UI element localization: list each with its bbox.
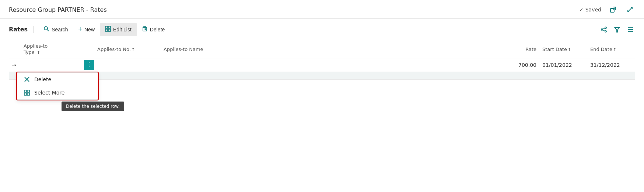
svg-line-16: [603, 28, 605, 29]
saved-label: Saved: [585, 7, 601, 13]
open-in-new-button[interactable]: [608, 5, 618, 14]
start-date-cell: 01/01/2022: [539, 58, 587, 72]
delete-toolbar-button[interactable]: Delete: [137, 23, 170, 36]
svg-rect-7: [108, 26, 111, 28]
section-title: Rates: [9, 26, 34, 33]
row-context-menu-button[interactable]: ⋮: [84, 60, 94, 70]
col-header-indicator: [9, 40, 21, 58]
applies-name-cell: [161, 58, 503, 72]
table-area: Applies-toType ↑ Applies-to No.↑ Applies…: [0, 40, 644, 80]
col-header-applies-type: Applies-toType ↑: [21, 40, 94, 58]
rate-cell: 700.00: [503, 58, 539, 72]
edit-list-button[interactable]: Edit List: [100, 23, 137, 36]
page-title: Resource Group PARTNER - Rates: [9, 6, 107, 13]
col-header-end-date: End Date↑: [587, 40, 635, 58]
title-bar: Resource Group PARTNER - Rates ✓ Saved: [0, 0, 644, 19]
filter-button[interactable]: [612, 25, 622, 34]
svg-line-5: [47, 30, 49, 31]
expand-button[interactable]: [625, 5, 635, 14]
toolbar-right-actions: [599, 25, 635, 34]
row-indicator: →: [9, 58, 21, 72]
svg-point-15: [605, 31, 606, 32]
columns-button[interactable]: [626, 25, 635, 34]
delete-tooltip: Delete the selected row.: [62, 102, 124, 111]
select-more-icon: [23, 90, 31, 96]
delete-menu-icon: [23, 76, 31, 82]
svg-marker-18: [615, 27, 620, 32]
svg-rect-10: [143, 27, 147, 31]
applies-no-cell: [94, 72, 161, 79]
new-button[interactable]: + New: [73, 23, 100, 36]
svg-rect-25: [27, 90, 29, 92]
applies-type-cell: ⋮ Delete: [21, 58, 94, 72]
end-date-cell: 31/12/2022: [587, 58, 635, 72]
svg-point-14: [601, 29, 603, 30]
plus-icon: +: [78, 25, 83, 33]
share-button[interactable]: [599, 25, 609, 34]
context-menu: Delete Delete the selected row.: [17, 72, 98, 100]
start-date-cell: [539, 72, 587, 79]
applies-no-cell: [94, 58, 161, 72]
applies-name-cell: [161, 72, 503, 79]
svg-rect-6: [105, 26, 108, 28]
context-menu-select-more[interactable]: Select More: [17, 86, 98, 99]
svg-point-4: [44, 27, 48, 30]
col-header-applies-no: Applies-to No.↑: [94, 40, 161, 58]
rates-table: Applies-toType ↑ Applies-to No.↑ Applies…: [9, 40, 635, 80]
saved-indicator: ✓ Saved: [579, 7, 601, 13]
context-menu-delete[interactable]: Delete: [17, 73, 98, 86]
svg-point-13: [605, 27, 606, 28]
table-row: [9, 72, 635, 79]
rate-cell: [503, 72, 539, 79]
edit-list-icon: [105, 26, 111, 33]
col-header-rate: Rate: [503, 40, 539, 58]
toolbar: Rates Search + New Edit List: [0, 19, 644, 40]
svg-rect-9: [108, 29, 111, 31]
table-row: → ⋮ Delet: [9, 58, 635, 72]
svg-rect-24: [24, 90, 27, 92]
svg-rect-8: [105, 29, 108, 31]
end-date-cell: [587, 72, 635, 79]
search-icon: [43, 26, 49, 33]
svg-line-17: [603, 30, 605, 31]
search-button[interactable]: Search: [38, 23, 73, 36]
svg-rect-27: [27, 93, 29, 95]
title-bar-actions: ✓ Saved: [579, 5, 635, 14]
col-header-start-date: Start Date↑: [539, 40, 587, 58]
svg-rect-26: [24, 93, 27, 95]
col-header-applies-name: Applies-to Name: [161, 40, 503, 58]
delete-toolbar-icon: [142, 26, 148, 33]
